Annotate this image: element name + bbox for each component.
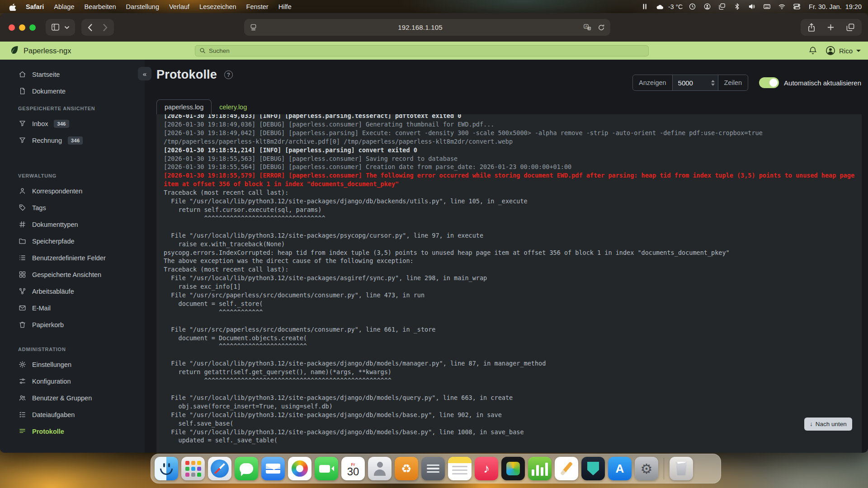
dock-icon-calendar[interactable]: Fr30	[341, 457, 365, 480]
dock-icon-photo-editor[interactable]	[501, 457, 525, 480]
log-line-trace: File "/usr/local/lib/python3.12/site-pac…	[164, 274, 854, 282]
sidebar-item-inbox[interactable]: Inbox346	[0, 115, 145, 132]
dock-icon-system-settings[interactable]: ⚙	[635, 457, 658, 480]
notifications-bell-icon[interactable]	[808, 46, 817, 56]
sidebar-toggle-button[interactable]	[46, 19, 75, 36]
dock-icon-recycle-app[interactable]: ♻	[395, 457, 418, 480]
dock-icon-trash[interactable]	[670, 457, 693, 480]
grid-icon	[18, 271, 26, 278]
sidebar-item-dokumenttypen[interactable]: Dokumenttypen	[0, 216, 145, 233]
share-icon[interactable]	[808, 23, 815, 32]
dock-icon-notes[interactable]	[448, 457, 472, 480]
sidebar-item-papierkorb[interactable]: Papierkorb	[0, 316, 145, 333]
menu-safari[interactable]: Safari	[21, 3, 49, 10]
stats-icon[interactable]	[640, 3, 650, 10]
sidebar-item-e-mail[interactable]: E-Mail	[0, 300, 145, 316]
dock-icon-app-store[interactable]: A	[608, 457, 632, 480]
sidebar-item-einstellungen[interactable]: Einstellungen	[0, 356, 145, 373]
dock-icon-music[interactable]: ♪	[475, 457, 498, 480]
apple-menu-icon[interactable]	[9, 3, 16, 11]
sidebar: StartseiteDokumenteGESPEICHERTE ANSICHTE…	[0, 60, 145, 453]
log-line-trace: obj.save(force_insert=True, using=self.d…	[164, 402, 854, 411]
dock-icon-pages[interactable]	[555, 457, 578, 480]
keyboard-icon[interactable]	[762, 3, 772, 10]
help-icon[interactable]: ?	[224, 70, 233, 79]
sidebar-item-label: Konfiguration	[32, 378, 71, 385]
address-bar[interactable]: 192.168.1.105 Aあ	[244, 19, 610, 36]
sidebar-item-speicherpfade[interactable]: Speicherpfade	[0, 233, 145, 249]
log-line-trace: return self.cursor.execute(sql, params)	[164, 206, 854, 214]
count-badge: 346	[68, 136, 83, 145]
sidebar-item-benutzerdefinierte-felder[interactable]: Benutzerdefinierte Felder	[0, 249, 145, 266]
zoom-window-button[interactable]	[29, 24, 36, 31]
log-line-trace: Traceback (most recent call last):	[164, 265, 854, 274]
log-line-trace: ^^^^^^^^^^^^	[164, 308, 854, 317]
user-menu[interactable]: Rico	[826, 46, 861, 56]
wifi-icon[interactable]	[777, 3, 787, 10]
minimize-window-button[interactable]	[19, 24, 25, 31]
number-stepper[interactable]	[711, 75, 715, 90]
auto-refresh-label: Automatisch aktualisieren	[784, 79, 861, 87]
dock-icon-finder[interactable]	[155, 457, 178, 480]
log-viewer[interactable]: [2026-01-30 19:18:49,033] [INFO] [paperl…	[156, 114, 862, 453]
menu-ablage[interactable]: Ablage	[49, 3, 79, 10]
dock-icon-launchpad[interactable]	[181, 457, 205, 480]
sidebar-item-tags[interactable]: Tags	[0, 199, 145, 216]
bluetooth-icon[interactable]	[732, 3, 742, 10]
menu-darstellung[interactable]: Darstellung	[121, 3, 164, 10]
sidebar-item-dateiaufgaben[interactable]: Dateiaufgaben	[0, 406, 145, 423]
forward-button[interactable]	[103, 23, 108, 32]
back-button[interactable]	[88, 23, 93, 32]
weather-cloud-icon[interactable]	[655, 3, 665, 10]
sidebar-item-benutzer-gruppen[interactable]: Benutzer & Gruppen	[0, 389, 145, 406]
sidebar-item-label: Dokumente	[32, 88, 66, 95]
reload-icon[interactable]	[598, 24, 605, 31]
new-tab-icon[interactable]	[827, 23, 835, 31]
scroll-to-bottom-button[interactable]: ↓ Nach unten	[804, 418, 852, 431]
tab-celery-log[interactable]: celery.log	[212, 99, 255, 114]
sidebar-item-rechnung[interactable]: Rechnung346	[0, 132, 145, 149]
tab-paperless-log[interactable]: paperless.log	[156, 99, 212, 114]
folder-icon	[18, 237, 26, 245]
translate-icon[interactable]: Aあ	[584, 24, 591, 31]
dock-icon-shield-app[interactable]	[581, 457, 605, 480]
page-settings-icon[interactable]	[250, 24, 257, 31]
dock-icon-mail[interactable]	[261, 457, 285, 480]
search-input[interactable]	[209, 47, 644, 54]
sidebar-item-gespeicherte-ansichten[interactable]: Gespeicherte Ansichten	[0, 266, 145, 283]
global-search[interactable]	[195, 45, 649, 56]
facetime-icon[interactable]	[702, 3, 712, 10]
log-line-trace: return getattr(self.get_queryset(), name…	[164, 368, 854, 376]
url-text[interactable]: 192.168.1.105	[257, 23, 584, 31]
close-window-button[interactable]	[9, 24, 15, 31]
auto-refresh-toggle[interactable]	[759, 77, 779, 88]
sidebar-item-startseite[interactable]: Startseite	[0, 66, 145, 83]
sidebar-item-dokumente[interactable]: Dokumente	[0, 83, 145, 99]
menu-verlauf[interactable]: Verlauf	[164, 3, 194, 10]
sidebar-collapse-button[interactable]: «	[138, 67, 151, 80]
sidebar-item-konfiguration[interactable]: Konfiguration	[0, 373, 145, 389]
dock-icon-facetime[interactable]	[315, 457, 338, 480]
dock-icon-messages[interactable]	[235, 457, 258, 480]
dock-icon-contacts[interactable]	[368, 457, 392, 480]
dock-icon-safari[interactable]	[208, 457, 231, 480]
sidebar-item-protokolle[interactable]: Protokolle	[0, 423, 145, 440]
dock-icon-numbers[interactable]	[528, 457, 552, 480]
sidebar-item-arbeitsabläufe[interactable]: Arbeitsabläufe	[0, 283, 145, 300]
menu-lesezeichen[interactable]: Lesezeichen	[194, 3, 241, 10]
menu-hilfe[interactable]: Hilfe	[274, 3, 297, 10]
menu-bar-clock[interactable]: Fr. 30. Jan. 19:20	[809, 3, 862, 10]
stage-manager-icon[interactable]	[717, 3, 727, 10]
menu-fenster[interactable]: Fenster	[241, 3, 274, 10]
volume-icon[interactable]	[747, 3, 757, 10]
menu-bearbeiten[interactable]: Bearbeiten	[79, 3, 121, 10]
lines-count-field[interactable]	[673, 75, 718, 90]
paperless-brand[interactable]: Paperless-ngx	[10, 46, 71, 56]
dock-icon-gray-list-app[interactable]	[421, 457, 445, 480]
clock-icon[interactable]	[687, 3, 698, 10]
sidebar-item-korrespondenten[interactable]: Korrespondenten	[0, 183, 145, 199]
control-center-icon[interactable]	[792, 3, 802, 10]
sidebar-section-administration: ADMINISTRATION	[0, 347, 145, 352]
dock-icon-photos[interactable]	[288, 457, 311, 480]
tab-overview-icon[interactable]	[846, 23, 854, 31]
